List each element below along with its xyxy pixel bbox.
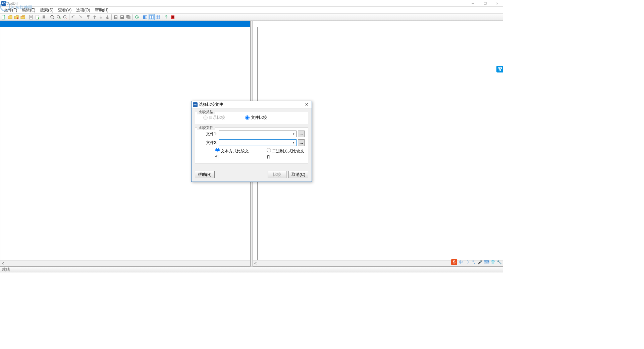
- dialog-compare-button[interactable]: 比较: [268, 171, 286, 178]
- radio-binary-mode[interactable]: 二进制方式比较文件: [267, 148, 305, 160]
- svg-point-4: [38, 17, 39, 19]
- status-text: 就绪: [2, 267, 10, 272]
- tb-refresh-icon[interactable]: Go: [134, 14, 140, 20]
- file1-label: 文件1:: [205, 131, 217, 137]
- svg-rect-12: [115, 16, 117, 17]
- svg-rect-2: [30, 15, 33, 19]
- tb-doc2-icon[interactable]: [35, 14, 41, 20]
- svg-rect-21: [150, 15, 151, 19]
- app-icon: AD: [1, 1, 6, 6]
- svg-rect-23: [156, 15, 158, 17]
- svg-rect-6: [43, 15, 45, 16]
- tb-view-left-icon[interactable]: [142, 14, 148, 20]
- tb-doc1-icon[interactable]: [28, 14, 34, 20]
- svg-text:?: ?: [165, 15, 167, 19]
- ime-mic-icon[interactable]: 🎤: [477, 259, 483, 265]
- svg-point-10: [63, 15, 66, 18]
- svg-rect-19: [143, 15, 145, 19]
- ime-skin-icon[interactable]: 👕: [490, 259, 495, 265]
- toolbar: Go ?: [0, 13, 503, 21]
- menu-file[interactable]: 文件(F): [2, 7, 19, 14]
- right-pane-header[interactable]: [253, 21, 503, 27]
- tb-undo-icon[interactable]: [70, 14, 76, 20]
- tb-save2-icon[interactable]: [119, 14, 125, 20]
- tb-help-icon[interactable]: ?: [163, 14, 169, 20]
- svg-rect-13: [115, 17, 117, 18]
- svg-rect-25: [156, 17, 158, 19]
- tb-first-diff-icon[interactable]: [85, 14, 91, 20]
- tb-next-diff-icon[interactable]: [98, 14, 104, 20]
- dialog-help-button[interactable]: 帮助(H): [195, 171, 215, 178]
- file2-label: 文件2:: [205, 140, 217, 146]
- dialog-titlebar: AD 选择比较文件 ✕: [192, 101, 312, 108]
- ime-tool-icon[interactable]: 🔧: [496, 259, 502, 265]
- radio-text-mode[interactable]: 文本方式比较文件: [215, 148, 250, 160]
- titlebar: AD AptDiff ─ ❐ ✕: [0, 0, 503, 7]
- dialog-close-button[interactable]: ✕: [302, 101, 312, 108]
- maximize-button[interactable]: ❐: [479, 0, 491, 7]
- tb-view-split-icon[interactable]: [149, 14, 155, 20]
- tb-view-grid-icon[interactable]: [155, 14, 161, 20]
- ime-lang-icon[interactable]: 中: [458, 259, 464, 265]
- close-button[interactable]: ✕: [491, 0, 503, 7]
- svg-rect-20: [145, 15, 147, 19]
- ime-punct-icon[interactable]: °,: [471, 259, 476, 265]
- tb-new-icon[interactable]: [1, 14, 7, 20]
- svg-point-1: [17, 17, 18, 19]
- tb-open2-icon[interactable]: [13, 14, 19, 20]
- ime-keyboard-icon[interactable]: ⌨: [484, 259, 489, 265]
- side-panel-tab[interactable]: [496, 66, 503, 72]
- tb-saveall-icon[interactable]: [125, 14, 131, 20]
- tb-open-icon[interactable]: [7, 14, 13, 20]
- svg-point-31: [500, 67, 502, 69]
- tb-folder-icon[interactable]: [20, 14, 26, 20]
- file2-combo[interactable]: ▾: [219, 139, 297, 146]
- menu-options[interactable]: 选项(O): [74, 7, 92, 14]
- tb-prev-icon[interactable]: [62, 14, 68, 20]
- ime-logo-icon[interactable]: S: [451, 259, 457, 265]
- svg-text:Go: Go: [135, 15, 139, 19]
- svg-rect-22: [152, 15, 153, 19]
- menu-help[interactable]: 帮助(H): [93, 7, 111, 14]
- tb-last-diff-icon[interactable]: [104, 14, 110, 20]
- radio-file-compare[interactable]: 文件比较: [245, 115, 267, 120]
- dialog-cancel-button[interactable]: 取消(C): [288, 171, 308, 178]
- menu-view[interactable]: 查看(V): [56, 7, 73, 14]
- svg-rect-7: [43, 18, 45, 19]
- svg-point-8: [51, 15, 53, 18]
- tb-print-icon[interactable]: [41, 14, 47, 20]
- file1-browse-button[interactable]: ...: [298, 131, 305, 137]
- left-pane-footer: <: [0, 260, 250, 266]
- file2-browse-button[interactable]: ...: [298, 139, 305, 146]
- svg-rect-29: [172, 16, 174, 18]
- radio-dir-compare[interactable]: 目录比较: [203, 115, 225, 120]
- file1-combo[interactable]: ▾: [219, 131, 297, 137]
- group-compare-files: 比较文件 文件1: ▾ ... 文件2: ▾ ... 文本方式比较文件 二进制方…: [195, 128, 308, 163]
- svg-rect-15: [121, 16, 123, 17]
- tb-search-icon[interactable]: [49, 14, 55, 20]
- menu-edit[interactable]: 编辑(E): [20, 7, 37, 14]
- select-compare-dialog: AD 选择比较文件 ✕ 比较类型 目录比较 文件比较 比较文件 文件1: ▾ .…: [191, 101, 312, 182]
- left-pane-header[interactable]: [0, 21, 250, 27]
- dialog-title-text: 选择比较文件: [199, 102, 223, 107]
- ime-bar: S 中 ☽ °, 🎤 ⌨ 👕 🔧: [451, 258, 502, 266]
- minimize-button[interactable]: ─: [467, 0, 479, 7]
- dialog-icon: AD: [193, 102, 198, 107]
- group-compare-type: 比较类型 目录比较 文件比较: [195, 112, 308, 124]
- tb-prev-diff-icon[interactable]: [92, 14, 98, 20]
- statusbar: 就绪: [0, 266, 503, 272]
- tb-next-icon[interactable]: [56, 14, 62, 20]
- tb-redo-icon[interactable]: [77, 14, 83, 20]
- svg-point-9: [57, 15, 60, 18]
- ime-moon-icon[interactable]: ☽: [465, 259, 470, 265]
- tb-stop-icon[interactable]: [170, 14, 176, 20]
- svg-rect-24: [158, 15, 160, 17]
- tb-save1-icon[interactable]: [113, 14, 119, 20]
- group-compare-type-title: 比较类型: [197, 109, 215, 114]
- menu-search[interactable]: 搜索(S): [38, 7, 55, 14]
- svg-rect-17: [127, 16, 130, 19]
- svg-rect-26: [158, 17, 160, 19]
- menubar: 文件(F) 编辑(E) 搜索(S) 查看(V) 选项(O) 帮助(H): [0, 7, 503, 13]
- left-gutter: [0, 27, 5, 260]
- app-title: AptDiff: [7, 1, 18, 5]
